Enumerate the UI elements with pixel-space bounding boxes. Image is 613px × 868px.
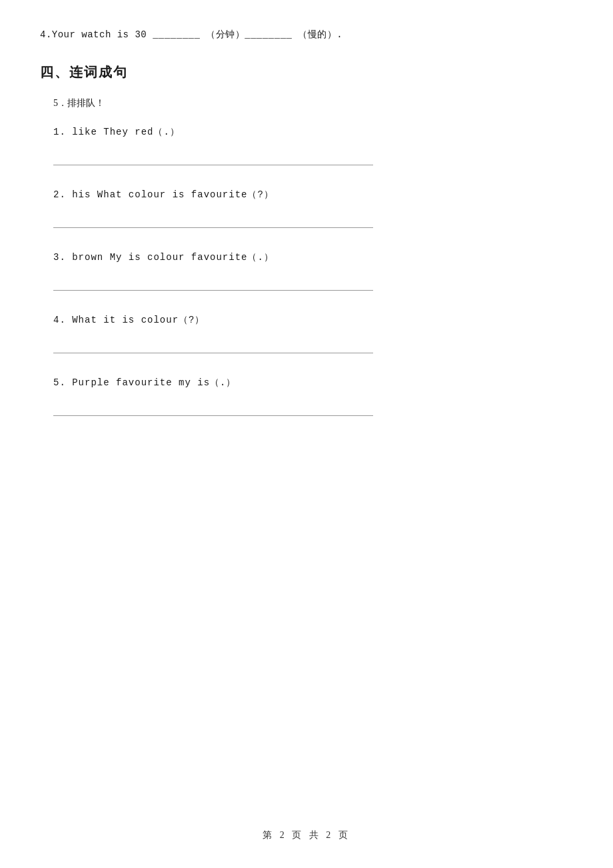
sentence-group-3: 3. brown My is colour favourite（.） [53, 248, 573, 267]
item-words-5: Purple favourite my is（.） [72, 377, 236, 388]
sentence-group-5: 5. Purple favourite my is（.） [53, 373, 573, 392]
answer-line-2[interactable] [53, 209, 373, 228]
sentence-line-3: 3. brown My is colour favourite（.） [53, 248, 573, 267]
sentence-group-1: 1. like They red（.） [53, 123, 573, 141]
sentence-line-1: 1. like They red（.） [53, 123, 573, 141]
sentence-line-4: 4. What it is colour（?） [53, 311, 573, 329]
answer-line-1[interactable] [53, 147, 373, 165]
item-number-4: 4. [53, 315, 66, 325]
item-number-3: 3. [53, 252, 66, 263]
sentence-line-5: 5. Purple favourite my is（.） [53, 373, 573, 392]
section-4: 四、连词成句 5．排排队！ 1. like They red（.） 2. his… [40, 63, 573, 416]
sub-instruction: 5．排排队！ [53, 97, 573, 109]
answer-line-5[interactable] [53, 397, 373, 416]
top-question: 4.Your watch is 30 ________ （分钟）________… [40, 27, 573, 43]
footer-text: 第 2 页 共 2 页 [263, 830, 350, 840]
item-words-2: his What colour is favourite（?） [72, 189, 274, 200]
answer-line-3[interactable] [53, 272, 373, 291]
sentence-group-4: 4. What it is colour（?） [53, 311, 573, 329]
item-words-1: like They red（.） [72, 127, 180, 137]
sentence-line-2: 2. his What colour is favourite（?） [53, 185, 573, 204]
page-container: 4.Your watch is 30 ________ （分钟）________… [0, 0, 613, 476]
top-question-text: 4.Your watch is 30 ________ （分钟）________… [40, 27, 573, 43]
item-words-3: brown My is colour favourite（.） [72, 252, 274, 263]
sentence-group-2: 2. his What colour is favourite（?） [53, 185, 573, 204]
page-footer: 第 2 页 共 2 页 [0, 829, 613, 841]
answer-line-4[interactable] [53, 335, 373, 353]
item-number-2: 2. [53, 189, 66, 200]
section-4-title: 四、连词成句 [40, 63, 573, 81]
item-number-5: 5. [53, 377, 66, 388]
item-number-1: 1. [53, 127, 66, 137]
item-words-4: What it is colour（?） [72, 315, 205, 325]
